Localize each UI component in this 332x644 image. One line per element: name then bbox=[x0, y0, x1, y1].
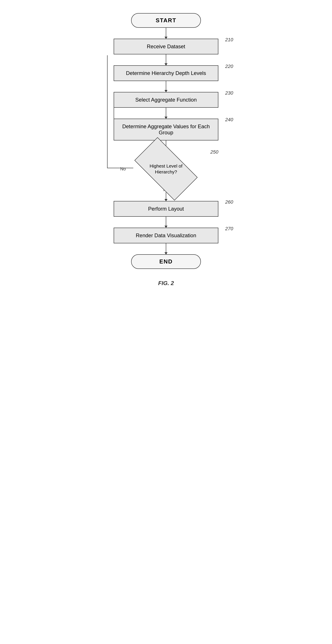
step-250: Highest Level ofHierarchy? 250 No bbox=[133, 152, 199, 186]
connector-6 bbox=[166, 192, 166, 201]
step-230-number: 230 bbox=[225, 90, 233, 96]
step-250-number: 250 bbox=[210, 149, 218, 155]
end-node: END bbox=[131, 254, 201, 269]
arrow-8 bbox=[165, 252, 167, 254]
step-240-number: 240 bbox=[225, 117, 233, 122]
step-220: Determine Hierarchy Depth Levels 220 bbox=[114, 65, 218, 81]
step-240-label: Determine Aggregate Values for Each Grou… bbox=[122, 124, 210, 136]
step-220-row: Determine Hierarchy Depth Levels 220 bbox=[114, 65, 218, 81]
step-210-label: Receive Dataset bbox=[147, 44, 185, 49]
step-270-number: 270 bbox=[225, 226, 233, 232]
step-210-number: 210 bbox=[225, 37, 233, 42]
connector-4-wrapper bbox=[114, 108, 218, 118]
connector-7 bbox=[166, 217, 166, 228]
step-270-row: Render Data Visualization 270 bbox=[114, 228, 218, 243]
step-230: Select Aggregate Function 230 bbox=[114, 92, 218, 108]
step-260-row: Perform Layout 260 bbox=[114, 201, 218, 217]
connector-8 bbox=[166, 243, 166, 254]
step-220-label: Determine Hierarchy Depth Levels bbox=[126, 70, 206, 76]
step-210: Receive Dataset 210 bbox=[114, 39, 218, 54]
no-label: No bbox=[120, 166, 126, 172]
loop-no-horizontal bbox=[107, 168, 133, 168]
figure-caption: FIG. 2 bbox=[158, 280, 174, 286]
page: START Receive Dataset 210 Determine Hier… bbox=[83, 0, 249, 304]
step-260: Perform Layout 260 bbox=[114, 201, 218, 217]
connector-2 bbox=[166, 54, 166, 65]
loop-back-vertical bbox=[114, 108, 114, 118]
step-260-label: Perform Layout bbox=[148, 206, 184, 212]
connector-1 bbox=[166, 28, 166, 39]
diamond-text: Highest Level ofHierarchy? bbox=[144, 163, 188, 175]
step-210-row: Receive Dataset 210 bbox=[114, 39, 218, 54]
loop-no-vertical-up bbox=[107, 55, 108, 168]
step-270: Render Data Visualization 270 bbox=[114, 228, 218, 243]
step-270-label: Render Data Visualization bbox=[136, 232, 196, 238]
start-node: START bbox=[131, 13, 201, 28]
flowchart: START Receive Dataset 210 Determine Hier… bbox=[83, 13, 249, 269]
step-250-wrapper: Highest Level ofHierarchy? 250 No bbox=[107, 152, 225, 186]
connector-3 bbox=[166, 81, 166, 92]
step-240: Determine Aggregate Values for Each Grou… bbox=[114, 118, 218, 140]
step-230-label: Select Aggregate Function bbox=[135, 97, 197, 103]
step-230-row: Select Aggregate Function 230 bbox=[114, 92, 218, 108]
connector-4 bbox=[166, 108, 166, 118]
step-240-row: Determine Aggregate Values for Each Grou… bbox=[114, 118, 218, 140]
step-260-number: 260 bbox=[225, 199, 233, 205]
step-220-number: 220 bbox=[225, 64, 233, 69]
